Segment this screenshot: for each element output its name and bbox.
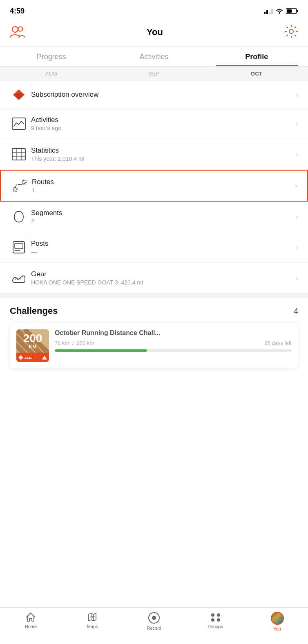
- svg-point-19: [22, 180, 26, 184]
- subscription-chevron: ›: [296, 91, 298, 99]
- svg-point-37: [211, 618, 214, 622]
- nav-record-label: Record: [147, 626, 161, 631]
- menu-item-routes[interactable]: Routes 1 ›: [0, 170, 308, 202]
- month-oct[interactable]: OCT: [205, 71, 308, 77]
- activities-title: Activities: [31, 116, 296, 124]
- progress-bar-bg: [55, 349, 292, 352]
- statistics-chevron: ›: [296, 150, 298, 159]
- segment-icon: [10, 210, 28, 224]
- menu-item-posts[interactable]: Posts — ›: [0, 232, 308, 263]
- routes-title: Routes: [32, 178, 295, 186]
- challenge-days: 26 days left: [265, 340, 292, 346]
- menu-item-gear[interactable]: Gear HOKA ONE ONE SPEED GOAT 3: 420.4 mi…: [0, 263, 308, 293]
- challenge-km: 200: [16, 333, 49, 344]
- svg-marker-11: [13, 92, 25, 100]
- battery-icon: [286, 8, 298, 14]
- tab-progress[interactable]: Progress: [0, 47, 103, 66]
- nav-you-label: You: [273, 626, 281, 631]
- tab-bar: Progress Activities Profile: [0, 47, 308, 67]
- routes-subtitle: 1: [32, 187, 295, 193]
- challenge-name: October Running Distance Chall...: [55, 329, 292, 337]
- segments-title: Segments: [31, 209, 296, 217]
- challenge-stats: 78 km / 200 km 26 days left: [55, 340, 292, 346]
- menu-item-subscription[interactable]: Subscription overview ›: [0, 81, 308, 109]
- month-selector: AUG SEP OCT: [0, 67, 308, 81]
- nav-maps[interactable]: Maps: [62, 612, 123, 629]
- groups-icon: [210, 612, 222, 622]
- challenge-progress: 78 km / 200 km: [55, 340, 94, 346]
- settings-icon[interactable]: [284, 24, 298, 40]
- challenges-count: 4: [294, 306, 298, 316]
- svg-point-9: [289, 29, 293, 33]
- section-divider: [0, 293, 308, 298]
- bottom-nav: Home Maps Record Groups You: [0, 607, 308, 644]
- status-icons: [264, 8, 298, 14]
- activities-subtitle: 9 hours ago: [31, 125, 296, 131]
- svg-point-7: [12, 27, 18, 32]
- nav-record[interactable]: Record: [123, 612, 185, 631]
- you-avatar: [271, 612, 284, 625]
- tab-profile[interactable]: Profile: [205, 47, 308, 66]
- segments-subtitle: 2: [31, 218, 296, 224]
- challenges-section: Challenges 4 200 K: [0, 298, 308, 375]
- challenge-card[interactable]: 200 KM 2021 October R: [10, 323, 298, 369]
- page-title: You: [147, 27, 163, 38]
- statistics-subtitle: This year: 2,010.4 mi: [31, 155, 296, 162]
- app-header: You: [0, 20, 308, 47]
- signal-icon: [264, 8, 273, 14]
- challenge-year: 2021: [25, 356, 32, 360]
- svg-point-8: [18, 27, 23, 31]
- svg-rect-6: [287, 9, 292, 13]
- gear-subtitle: HOKA ONE ONE SPEED GOAT 3: 420.4 mi: [31, 279, 296, 286]
- posts-chevron: ›: [296, 243, 298, 252]
- nav-home[interactable]: Home: [0, 612, 62, 629]
- segments-chevron: ›: [296, 213, 298, 221]
- nav-groups[interactable]: Groups: [185, 612, 246, 629]
- nav-home-label: Home: [25, 624, 37, 629]
- gear-chevron: ›: [296, 274, 298, 282]
- posts-title: Posts: [31, 240, 296, 248]
- status-bar: 4:59: [0, 0, 308, 20]
- challenges-title: Challenges: [10, 306, 58, 316]
- routes-chevron: ›: [295, 182, 297, 190]
- challenge-image: 200 KM 2021: [16, 329, 49, 362]
- home-icon: [25, 612, 36, 622]
- strava-logo-small: [18, 355, 24, 360]
- menu-item-segments[interactable]: Segments 2 ›: [0, 202, 308, 232]
- subscription-icon: [10, 89, 28, 101]
- subscription-title: Subscription overview: [31, 91, 296, 99]
- month-aug[interactable]: AUG: [0, 71, 103, 77]
- mountain-icon-small: [42, 355, 47, 360]
- tab-activities[interactable]: Activities: [103, 47, 205, 66]
- route-icon: [11, 179, 29, 193]
- progress-bar-fill: [55, 349, 147, 352]
- svg-rect-0: [264, 12, 266, 14]
- statistics-title: Statistics: [31, 147, 296, 155]
- svg-point-34: [152, 616, 156, 620]
- menu-item-activities[interactable]: Activities 9 hours ago ›: [0, 109, 308, 139]
- nav-you[interactable]: You: [246, 612, 308, 631]
- friends-icon[interactable]: [10, 25, 25, 40]
- status-time: 4:59: [10, 7, 25, 16]
- nav-groups-label: Groups: [208, 624, 223, 629]
- svg-point-36: [217, 613, 220, 617]
- maps-icon: [87, 612, 98, 622]
- challenges-header: Challenges 4: [10, 306, 298, 316]
- svg-rect-2: [269, 12, 270, 14]
- posts-subtitle: —: [31, 249, 296, 255]
- svg-rect-23: [15, 244, 23, 249]
- month-sep[interactable]: SEP: [103, 71, 205, 77]
- svg-marker-31: [18, 355, 23, 360]
- statistics-icon: [10, 148, 28, 161]
- menu-list: Subscription overview › Activities 9 hou…: [0, 81, 308, 293]
- svg-rect-5: [297, 10, 298, 12]
- svg-point-18: [13, 188, 17, 191]
- wifi-icon: [275, 8, 283, 14]
- activities-icon: [10, 117, 28, 130]
- svg-rect-3: [271, 9, 273, 14]
- svg-point-35: [211, 613, 214, 617]
- challenge-km-unit: KM: [16, 344, 49, 349]
- svg-marker-32: [42, 355, 47, 360]
- menu-item-statistics[interactable]: Statistics This year: 2,010.4 mi ›: [0, 139, 308, 170]
- gear-title: Gear: [31, 270, 296, 278]
